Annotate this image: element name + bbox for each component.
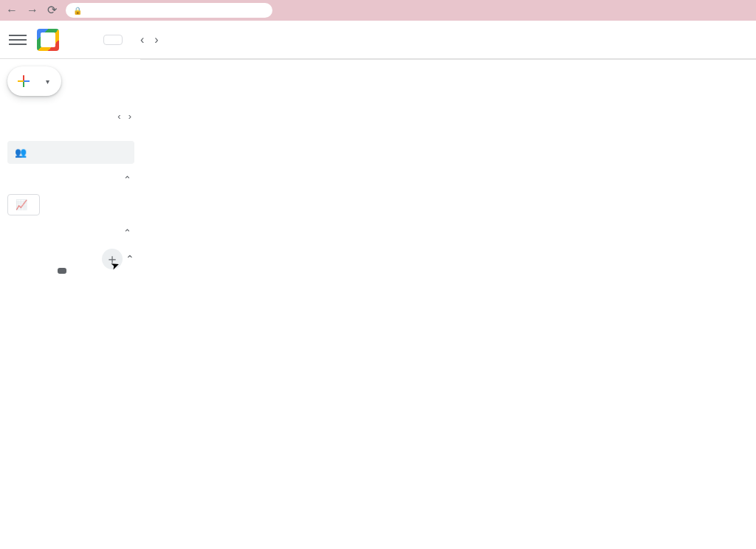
add-other-calendars-button[interactable]: ＋ ➤ — [102, 249, 123, 269]
next-period-icon[interactable]: › — [154, 33, 158, 46]
search-people-input[interactable]: 👥 — [7, 141, 134, 164]
chevron-up-icon[interactable]: ⌃ — [123, 174, 131, 185]
today-button[interactable] — [103, 35, 123, 45]
chevron-down-icon: ▾ — [46, 77, 49, 86]
create-button[interactable]: ▾ — [7, 66, 61, 96]
chart-icon: 📈 — [16, 199, 27, 210]
sidebar: ▾ ‹ › 👥 ⌃ — [0, 59, 140, 549]
my-calendars-title: ⌃ — [10, 227, 131, 238]
time-insights-title: ⌃ — [10, 174, 131, 185]
plus-icon — [16, 74, 31, 89]
more-insights-link[interactable]: 📈 — [7, 194, 40, 215]
mini-next-icon[interactable]: › — [128, 111, 131, 122]
logo-day — [41, 32, 55, 47]
browser-chrome-bar: ← → ⟳ 🔒 — [0, 0, 756, 21]
browser-back-icon[interactable]: ← — [6, 4, 18, 16]
calendar-grid — [140, 59, 756, 549]
mouse-cursor-icon: ➤ — [109, 258, 122, 272]
browser-forward-icon[interactable]: → — [27, 4, 38, 16]
menu-icon[interactable] — [9, 31, 27, 49]
browser-url-bar[interactable]: 🔒 — [66, 3, 272, 18]
mini-prev-icon[interactable]: ‹ — [117, 111, 120, 122]
add-other-calendars-tooltip — [58, 268, 66, 274]
app-header: ‹ › — [0, 21, 756, 59]
browser-reload-icon[interactable]: ⟳ — [47, 4, 57, 16]
prev-period-icon[interactable]: ‹ — [140, 33, 144, 46]
lock-icon: 🔒 — [73, 7, 82, 15]
calendar-logo-icon — [37, 29, 59, 51]
chevron-up-icon[interactable]: ⌃ — [123, 227, 131, 238]
chevron-up-icon[interactable]: ⌃ — [126, 253, 134, 265]
people-icon: 👥 — [15, 147, 27, 158]
